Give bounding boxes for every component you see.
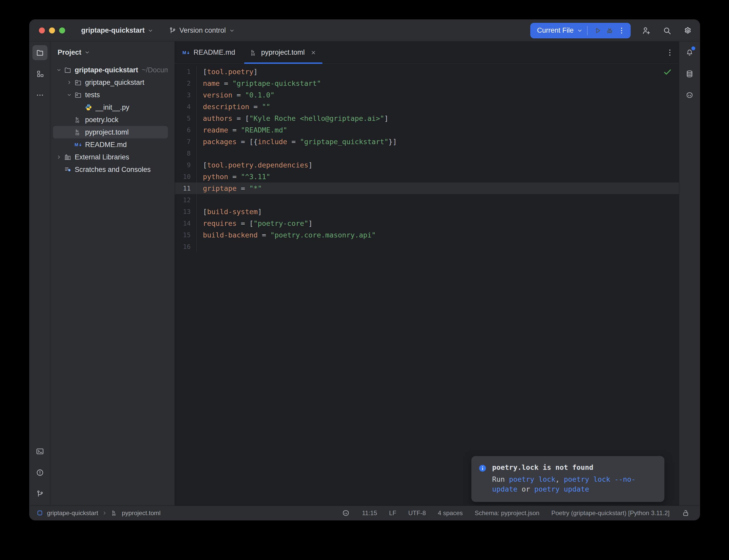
code-editor[interactable]: 1[tool.poetry]2name = "griptape-quicksta… — [175, 64, 679, 506]
chevron-right-icon[interactable] — [65, 78, 74, 87]
vcs-widget[interactable]: Version control — [169, 26, 235, 34]
gear-icon[interactable] — [683, 26, 692, 35]
tree-item-scratches-and-consoles[interactable]: Scratches and Consoles — [53, 163, 168, 176]
code-line-1[interactable]: 1[tool.poetry] — [175, 66, 679, 78]
run-button[interactable] — [592, 25, 604, 37]
tree-item-poetry-lock[interactable]: poetry.lock — [53, 114, 168, 126]
tab-readme-md[interactable]: MREADME.md — [175, 41, 242, 64]
line-number: 1 — [175, 66, 197, 78]
status-interpreter[interactable]: Poetry (griptape-quickstart) [Python 3.1… — [551, 509, 670, 517]
tree-item-label: griptape-quickstart — [75, 66, 138, 74]
tab-options-icon[interactable] — [665, 48, 674, 57]
tool-button-database[interactable] — [682, 66, 697, 81]
notification-text: or — [518, 485, 535, 493]
more-run-options-button[interactable] — [616, 25, 628, 37]
code-line-2[interactable]: 2name = "griptape-quickstart" — [175, 78, 679, 89]
play-icon — [594, 26, 602, 35]
tree-item-readme-md[interactable]: MREADME.md — [53, 138, 168, 151]
search-icon[interactable] — [662, 26, 672, 35]
chevron-down-icon[interactable] — [65, 90, 74, 99]
code-line-6[interactable]: 6readme = "README.md" — [175, 124, 679, 136]
tool-button-terminal[interactable] — [32, 444, 47, 459]
run-widget: Current File — [530, 23, 631, 38]
lock-open-icon[interactable] — [682, 509, 690, 517]
tool-button-more-tool-windows[interactable] — [32, 88, 47, 103]
tool-button-version-control[interactable] — [32, 486, 47, 501]
tool-button-copilot[interactable] — [682, 88, 697, 103]
code-line-14[interactable]: 14requires = ["poetry-core"] — [175, 218, 679, 229]
code-line-15[interactable]: 15build-backend = "poetry.core.masonry.a… — [175, 229, 679, 241]
minimize-button[interactable] — [49, 27, 55, 33]
debug-button[interactable] — [604, 25, 616, 37]
code-text: build-backend = "poetry.core.masonry.api… — [197, 231, 376, 239]
project-tool-window: Project griptape-quickstart~/Documegript… — [50, 41, 175, 506]
tree-item-init-py[interactable]: __init__.py — [53, 101, 168, 114]
bug-icon — [606, 26, 614, 35]
right-tool-stripe — [679, 41, 700, 506]
breadcrumb-file[interactable]: pyproject.toml — [122, 509, 160, 517]
run-config-selector[interactable]: Current File — [537, 26, 574, 34]
status-json-schema[interactable]: Schema: pyproject.json — [475, 509, 539, 517]
status-indent-style[interactable]: 4 spaces — [438, 509, 463, 517]
problems-icon — [36, 468, 44, 477]
link-poetry-lock[interactable]: poetry lock — [509, 475, 556, 483]
code-line-8[interactable]: 8 — [175, 148, 679, 159]
svg-text:M: M — [74, 142, 78, 147]
tree-item-pyproject-toml[interactable]: pyproject.toml — [53, 126, 168, 138]
code-text: [tool.poetry.dependencies] — [197, 161, 312, 169]
tree-item-label: tests — [85, 91, 100, 99]
link-poetry-update[interactable]: poetry update — [535, 485, 589, 493]
project-panel-title: Project — [58, 48, 81, 57]
tool-button-project[interactable] — [32, 45, 47, 60]
code-line-5[interactable]: 5authors = ["Kyle Roche <hello@griptape.… — [175, 113, 679, 124]
tree-item-external-libraries[interactable]: External Libraries — [53, 151, 168, 163]
tree-item-griptape-quickstart[interactable]: griptape-quickstart~/Docume — [53, 64, 168, 76]
close-icon[interactable] — [310, 49, 317, 56]
tool-button-structure[interactable] — [32, 66, 47, 81]
code-text: authors = ["Kyle Roche <hello@griptape.a… — [197, 114, 389, 122]
code-lines: 1[tool.poetry]2name = "griptape-quicksta… — [175, 66, 679, 253]
tree-item-label: griptape_quickstart — [85, 79, 144, 87]
tree-item-griptape-quickstart[interactable]: griptape_quickstart — [53, 76, 168, 89]
code-line-13[interactable]: 13[build-system] — [175, 206, 679, 218]
tree-item-label: README.md — [85, 141, 127, 149]
line-number: 3 — [175, 89, 197, 101]
chevron-spacer — [65, 140, 74, 149]
code-line-10[interactable]: 10python = "^3.11" — [175, 171, 679, 183]
add-user-icon[interactable] — [642, 26, 651, 35]
tab-pyproject-toml[interactable]: pyproject.toml — [242, 41, 324, 64]
folder-icon — [64, 66, 72, 74]
code-line-7[interactable]: 7packages = [{include = "griptape_quicks… — [175, 136, 679, 148]
zoom-button[interactable] — [59, 27, 65, 33]
line-number: 9 — [175, 159, 197, 171]
code-line-12[interactable]: 12 — [175, 194, 679, 206]
line-number: 7 — [175, 136, 197, 148]
status-cursor-position[interactable]: 11:15 — [362, 509, 377, 517]
squares-icon — [36, 70, 44, 78]
status-line-separator[interactable]: LF — [389, 509, 397, 517]
status-widgets: 11:15LFUTF-84 spacesSchema: pyproject.js… — [342, 509, 690, 517]
editor-tab-bar: MREADME.mdpyproject.toml — [175, 41, 679, 64]
code-line-9[interactable]: 9[tool.poetry.dependencies] — [175, 159, 679, 171]
tool-button-problems[interactable] — [32, 465, 47, 480]
code-line-4[interactable]: 4description = "" — [175, 101, 679, 113]
project-panel-header[interactable]: Project — [50, 45, 175, 60]
chevron-down-icon[interactable] — [54, 66, 63, 74]
copilot-icon[interactable] — [342, 509, 350, 517]
status-encoding[interactable]: UTF-8 — [408, 509, 426, 517]
project-switcher[interactable]: griptape-quickstart — [81, 26, 154, 34]
code-line-11[interactable]: 11griptape = "*" — [175, 183, 679, 194]
chevron-down-icon[interactable] — [577, 27, 583, 34]
tool-button-notifications[interactable] — [682, 45, 697, 60]
line-number: 8 — [175, 148, 197, 159]
chevron-right-icon[interactable] — [54, 153, 63, 162]
code-line-3[interactable]: 3version = "0.1.0" — [175, 89, 679, 101]
code-line-16[interactable]: 16 — [175, 241, 679, 253]
tree-item-tests[interactable]: tests — [53, 89, 168, 101]
inspection-ok-icon[interactable] — [663, 67, 672, 77]
tree-item-label: __init__.py — [95, 103, 129, 111]
breadcrumb-project[interactable]: griptape-quickstart — [47, 509, 98, 517]
chevron-spacer — [65, 115, 74, 124]
more-h-icon — [36, 91, 44, 99]
close-button[interactable] — [39, 27, 45, 33]
